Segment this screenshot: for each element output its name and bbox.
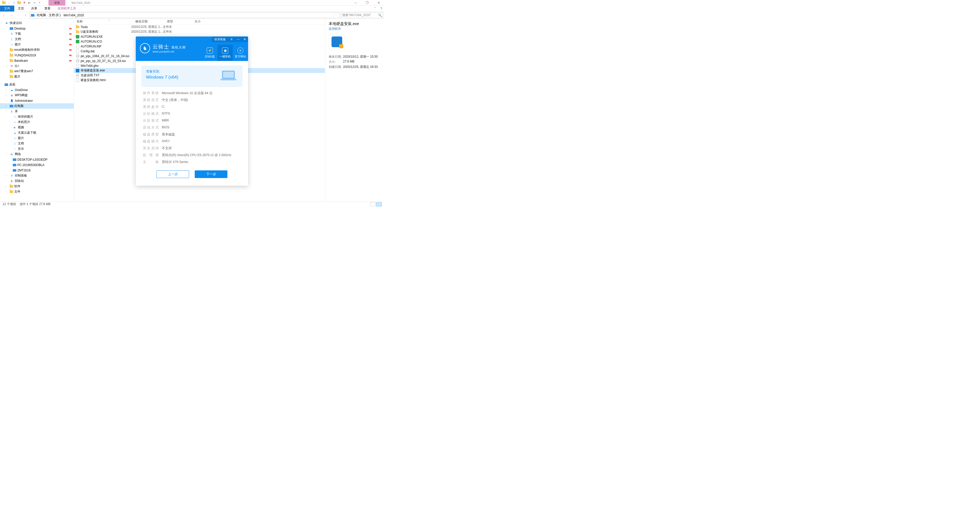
chevron-down-icon[interactable]: ˅ xyxy=(1,22,4,24)
prepare-install-card: 准备安装: Windows 7 (x64) xyxy=(142,65,242,87)
search-icon[interactable]: 🔍 xyxy=(378,14,382,17)
tab-share[interactable]: 共享 xyxy=(27,6,41,11)
nav-quick-access[interactable]: ˅★快速访问 xyxy=(0,21,74,26)
chevron-right-icon[interactable]: › xyxy=(6,100,9,102)
nav-item-control-panel[interactable]: ›⚙控制面板 xyxy=(0,173,74,178)
menu-icon[interactable]: ≡ xyxy=(228,38,235,41)
tab-app-tools[interactable]: 应用程序工具 xyxy=(54,6,80,11)
nav-item-network[interactable]: ˅🖧网络 xyxy=(0,152,74,157)
nav-tree[interactable]: ˅★快速访问 Desktop📌 ⬇下载📌 ▯文档📌 ▭图片📌 excel表格制作… xyxy=(0,19,74,201)
col-size[interactable]: 大小 xyxy=(192,19,212,24)
chevron-right-icon[interactable]: › xyxy=(6,94,9,97)
nav-lib-item[interactable]: ▭本机照片 xyxy=(0,119,74,125)
installer-header: 联系客服 ≡ ─ ✕ ♞ 云骑士 装机大师 www.yunqishi.net ⚡… xyxy=(136,36,248,61)
checkmark-icon[interactable]: ✓ xyxy=(12,0,16,5)
info-row: 磁盘模式AHCI xyxy=(143,139,241,144)
maximize-button[interactable]: ❐ xyxy=(361,0,373,6)
nav-item-wps[interactable]: ›◉WPS网盘 xyxy=(0,93,74,98)
chevron-right-icon[interactable]: › xyxy=(6,89,9,91)
nav-lib-item[interactable]: ♪音乐 xyxy=(0,146,74,152)
nav-item-recycle[interactable]: 🗑回收站 xyxy=(0,178,74,184)
rename-icon[interactable]: ▭ xyxy=(32,0,37,5)
tab-view[interactable]: 查看 xyxy=(41,6,54,11)
qat-dropdown-icon[interactable]: ▼ xyxy=(37,0,42,5)
nav-item-user[interactable]: ›👤Administrator xyxy=(0,98,74,103)
nav-item-desktop[interactable]: Desktop📌 xyxy=(0,26,74,31)
nav-net-item[interactable]: DESKTOP-LSSOEDP xyxy=(0,157,74,162)
chevron-down-icon[interactable]: ˅ xyxy=(1,83,4,86)
ribbon-collapse-icon[interactable]: ˅ xyxy=(372,6,378,11)
view-thumbs-icon[interactable] xyxy=(376,202,382,206)
file-tab[interactable]: 文件 xyxy=(0,6,14,11)
nav-item-folder[interactable]: win7重装win7 xyxy=(0,69,74,74)
close-button[interactable]: ✕ xyxy=(373,0,384,6)
nav-item-libraries[interactable]: ˅▮库 xyxy=(0,109,74,114)
search-input[interactable]: 搜索"Win7x64_2020" 🔍 xyxy=(341,13,383,18)
nav-lib-item[interactable]: ▭图片 xyxy=(0,135,74,141)
nav-up-button[interactable]: ↑ xyxy=(22,12,29,18)
chevron-right-icon[interactable]: › xyxy=(62,14,62,17)
view-details-icon[interactable] xyxy=(370,202,375,206)
qat-sep: | xyxy=(6,0,11,5)
properties-icon[interactable]: ◐ xyxy=(27,0,32,5)
nav-item-folder[interactable]: ›文件 xyxy=(0,189,74,194)
minimize-icon[interactable]: ─ xyxy=(235,38,242,41)
chevron-right-icon[interactable]: › xyxy=(35,14,36,17)
nav-item-documents[interactable]: ▯文档📌 xyxy=(0,36,74,42)
nav-lib-item[interactable]: ▶视频 xyxy=(0,125,74,130)
chevron-down-icon[interactable]: ˅ xyxy=(6,153,9,155)
chevron-right-icon[interactable]: › xyxy=(6,65,9,67)
nav-net-item[interactable]: ZMT2019 xyxy=(0,168,74,173)
nav-boot-usb[interactable]: ⚡启动U盘 xyxy=(202,44,218,61)
nav-item-pictures[interactable]: ▭图片📌 xyxy=(0,42,74,47)
chevron-right-icon[interactable]: › xyxy=(6,190,9,193)
nav-lib-item[interactable]: ▯文档 xyxy=(0,141,74,146)
file-row[interactable]: Tools2020/12/25, 星期五 1...文件夹 xyxy=(74,24,325,29)
context-tab-manage[interactable]: 管理 xyxy=(48,0,65,6)
breadcrumb-seg[interactable]: 文档 (E:) xyxy=(48,13,61,17)
breadcrumb[interactable]: › 此电脑 › 文档 (E:) › Win7x64_2020 ˅ xyxy=(30,13,340,18)
chevron-right-icon[interactable]: › xyxy=(6,105,9,107)
file-row[interactable]: U盘安装教程2020/12/25, 星期五 1...文件夹 xyxy=(74,29,325,34)
col-type[interactable]: 类型 xyxy=(164,19,192,24)
col-date[interactable]: 修改日期 xyxy=(133,19,164,24)
breadcrumb-seg[interactable]: 此电脑 xyxy=(36,13,46,17)
next-button[interactable]: 下一步 xyxy=(195,170,228,178)
folder2-icon[interactable] xyxy=(17,0,21,5)
nav-item-folder[interactable]: YUNQISHI2019📌 xyxy=(0,52,74,58)
column-headers[interactable]: 名称 修改日期 类型 大小 xyxy=(74,19,325,24)
help-icon[interactable]: ? xyxy=(378,6,384,11)
chevron-right-icon[interactable]: › xyxy=(6,174,9,177)
refresh-icon[interactable]: ˅ xyxy=(333,13,339,18)
nav-item-onedrive[interactable]: ›☁OneDrive xyxy=(0,87,74,93)
folder-icon[interactable] xyxy=(2,0,6,5)
nav-net-item[interactable]: PC-20190530OBLA xyxy=(0,162,74,168)
nav-lib-item[interactable]: ☁天翼云盘下载 xyxy=(0,130,74,135)
minimize-button[interactable]: ─ xyxy=(350,0,361,6)
nav-one-click[interactable]: ▣一键装机 xyxy=(218,44,233,61)
nav-label: 图片 xyxy=(18,136,24,140)
contact-support-button[interactable]: 联系客服 xyxy=(212,38,228,41)
nav-website[interactable]: e官方网址 xyxy=(233,44,248,61)
chevron-right-icon[interactable]: › xyxy=(6,185,9,188)
delete-icon[interactable]: ✕ xyxy=(22,0,27,5)
chevron-right-icon[interactable]: › xyxy=(47,14,48,17)
col-name[interactable]: 名称 xyxy=(74,19,133,24)
nav-desktop-root[interactable]: ˅桌面 xyxy=(0,82,74,87)
chevron-down-icon[interactable]: ˅ xyxy=(6,110,9,113)
tab-home[interactable]: 主页 xyxy=(14,6,27,11)
nav-recent-dropdown[interactable]: ˅ xyxy=(15,12,21,18)
nav-back-button[interactable]: ← xyxy=(1,12,7,18)
nav-item-this-pc[interactable]: ›此电脑 xyxy=(0,103,74,109)
nav-item-folder[interactable]: ›软件 xyxy=(0,184,74,189)
prev-button[interactable]: 上一步 xyxy=(156,170,189,178)
nav-item-folder[interactable]: 图片 xyxy=(0,74,74,79)
breadcrumb-seg[interactable]: Win7x64_2020 xyxy=(63,14,84,17)
nav-item-folder[interactable]: Bandicam📌 xyxy=(0,58,74,63)
nav-lib-item[interactable]: ▭保存的图片 xyxy=(0,114,74,119)
nav-forward-button[interactable]: → xyxy=(8,12,14,18)
close-icon[interactable]: ✕ xyxy=(242,38,248,41)
nav-item-folder[interactable]: excel表格制作求和📌 xyxy=(0,47,74,52)
nav-item-drive[interactable]: ›⛃G:\ xyxy=(0,63,74,69)
nav-item-downloads[interactable]: ⬇下载📌 xyxy=(0,31,74,36)
